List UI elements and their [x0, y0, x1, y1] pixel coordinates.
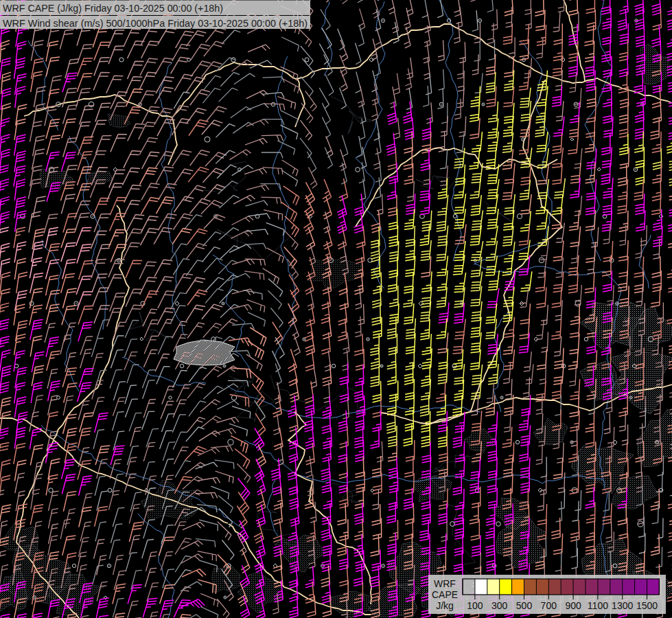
svg-text:900: 900 [565, 600, 581, 611]
svg-text:100: 100 [467, 600, 483, 611]
svg-text:1300: 1300 [612, 600, 633, 611]
svg-text:WRF Wind shear (m/s) 500/1000h: WRF Wind shear (m/s) 500/1000hPa Friday … [3, 17, 308, 29]
svg-text:WRF CAPE (J/kg) Friday 03-10-2: WRF CAPE (J/kg) Friday 03-10-2025 00:00 … [3, 2, 223, 14]
svg-text:J/kg: J/kg [436, 600, 454, 611]
svg-text:1100: 1100 [588, 600, 608, 611]
svg-text:500: 500 [516, 600, 533, 611]
svg-text:CAPE: CAPE [432, 589, 458, 600]
svg-text:WRF: WRF [434, 578, 456, 589]
svg-text:300: 300 [491, 600, 508, 611]
svg-text:700: 700 [541, 600, 557, 611]
svg-text:1500: 1500 [636, 600, 658, 611]
